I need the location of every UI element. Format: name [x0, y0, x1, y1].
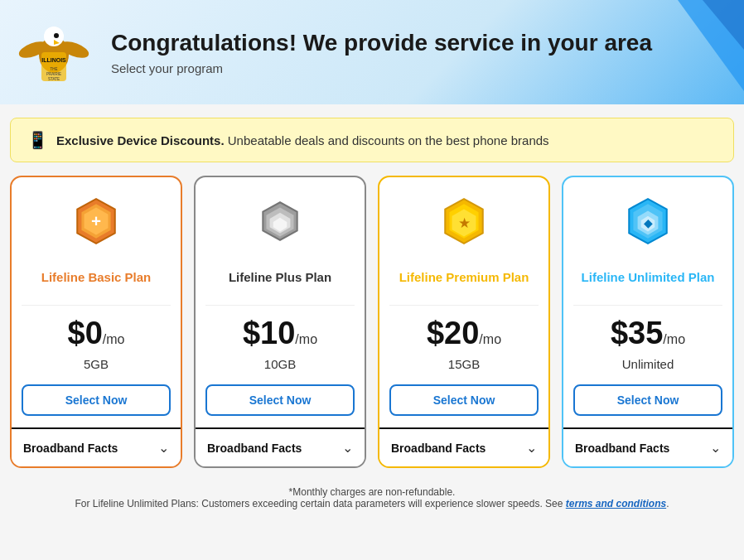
banner-bold-text: Exclusive Device Discounts. [56, 133, 225, 147]
select-button-premium[interactable]: Select Now [389, 384, 539, 416]
svg-point-5 [54, 33, 59, 38]
plan-icon-plus [251, 192, 309, 250]
plan-name-unlimited: Lifeline Unlimited Plan [582, 260, 715, 293]
plan-icon-premium: ★ [435, 192, 493, 250]
broadband-facts-label-unlimited: Broadband Facts [575, 442, 669, 455]
plan-price-premium: $20/mo [427, 317, 501, 349]
plan-name-premium: Lifeline Premium Plan [399, 260, 529, 293]
header-decoration [611, 0, 744, 91]
svg-text:+: + [91, 211, 101, 230]
plan-body-plus: Lifeline Plus Plan $10/mo 10GB Select No… [196, 177, 365, 427]
select-button-basic[interactable]: Select Now [22, 384, 171, 416]
select-button-plus[interactable]: Select Now [205, 384, 355, 416]
footer-notes: *Monthly charges are non-refundable. For… [0, 478, 744, 524]
plan-card-basic: + Lifeline Basic Plan $0/mo 5GB Select N… [10, 176, 182, 468]
plan-divider-premium [389, 305, 539, 306]
plan-name-basic: Lifeline Basic Plan [41, 260, 152, 293]
plans-grid: + Lifeline Basic Plan $0/mo 5GB Select N… [0, 176, 744, 478]
banner-regular-text: Unbeatable deals and discounts on the be… [228, 133, 549, 147]
state-logo: ILLINOIS THE PRAIRIE STATE [17, 15, 91, 89]
broadband-facts-label-basic: Broadband Facts [23, 442, 118, 455]
header: ILLINOIS THE PRAIRIE STATE Congratulatio… [0, 0, 744, 104]
plan-price-basic: $0/mo [68, 317, 125, 349]
plan-icon-unlimited: ◆ [619, 192, 677, 250]
phone-discount-icon: 📱 [27, 130, 48, 150]
svg-text:STATE: STATE [48, 77, 60, 81]
footer-note1: *Monthly charges are non-refundable. [17, 486, 727, 498]
plan-per-unlimited: /mo [663, 332, 685, 346]
plan-divider-unlimited [573, 305, 722, 306]
plan-per-premium: /mo [479, 332, 501, 346]
plan-card-premium: ★ Lifeline Premium Plan $20/mo 15GB Sele… [378, 176, 550, 468]
terms-link[interactable]: terms and conditions [566, 498, 666, 509]
plan-price-unlimited: $35/mo [611, 317, 685, 349]
exclusive-banner: 📱 Exclusive Device Discounts. Unbeatable… [10, 118, 734, 162]
plan-data-basic: 5GB [84, 357, 109, 371]
svg-text:THE: THE [51, 67, 58, 71]
svg-text:ILLINOIS: ILLINOIS [41, 57, 66, 63]
broadband-facts-basic[interactable]: Broadband Facts ⌄ [12, 427, 181, 466]
select-button-unlimited[interactable]: Select Now [573, 384, 722, 416]
plan-card-unlimited: ◆ Lifeline Unlimited Plan $35/mo Unlimit… [562, 176, 734, 468]
plan-body-premium: ★ Lifeline Premium Plan $20/mo 15GB Sele… [379, 177, 548, 427]
broadband-facts-unlimited[interactable]: Broadband Facts ⌄ [563, 427, 732, 466]
broadband-facts-label-plus: Broadband Facts [207, 442, 302, 455]
plan-per-plus: /mo [295, 332, 317, 346]
svg-text:★: ★ [458, 215, 471, 231]
plan-data-unlimited: Unlimited [622, 357, 674, 371]
svg-text:◆: ◆ [644, 216, 653, 229]
plan-price-plus: $10/mo [243, 317, 317, 349]
plan-divider-plus [205, 305, 355, 306]
plan-divider-basic [22, 305, 171, 306]
chevron-down-icon-premium: ⌄ [526, 440, 537, 456]
plan-data-plus: 10GB [264, 357, 296, 371]
plan-card-plus: Lifeline Plus Plan $10/mo 10GB Select No… [194, 176, 366, 468]
svg-text:PRAIRIE: PRAIRIE [46, 72, 61, 76]
broadband-facts-plus[interactable]: Broadband Facts ⌄ [196, 427, 365, 466]
broadband-facts-premium[interactable]: Broadband Facts ⌄ [379, 427, 548, 466]
chevron-down-icon-basic: ⌄ [158, 440, 169, 456]
plan-name-plus: Lifeline Plus Plan [229, 260, 331, 293]
plan-icon-basic: + [67, 192, 125, 250]
plan-per-basic: /mo [103, 332, 125, 346]
chevron-down-icon-unlimited: ⌄ [710, 440, 721, 456]
plan-data-premium: 15GB [448, 357, 480, 371]
footer-note2: For Lifeline Unlimited Plans: Customers … [17, 498, 727, 509]
plan-body-basic: + Lifeline Basic Plan $0/mo 5GB Select N… [12, 177, 181, 427]
chevron-down-icon-plus: ⌄ [342, 440, 353, 456]
broadband-facts-label-premium: Broadband Facts [391, 442, 486, 455]
plan-body-unlimited: ◆ Lifeline Unlimited Plan $35/mo Unlimit… [563, 177, 732, 427]
